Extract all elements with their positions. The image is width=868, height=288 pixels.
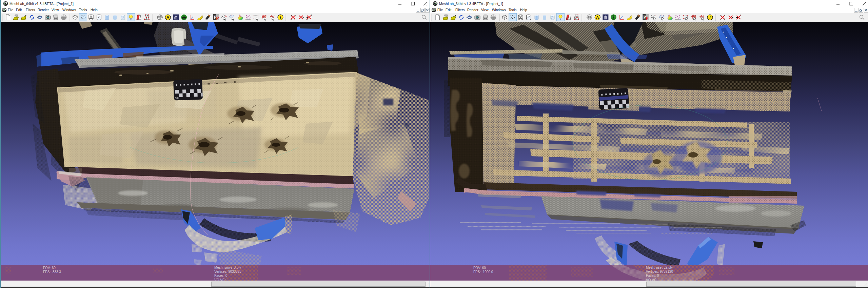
svg-text:WC: WC [175, 97, 179, 99]
